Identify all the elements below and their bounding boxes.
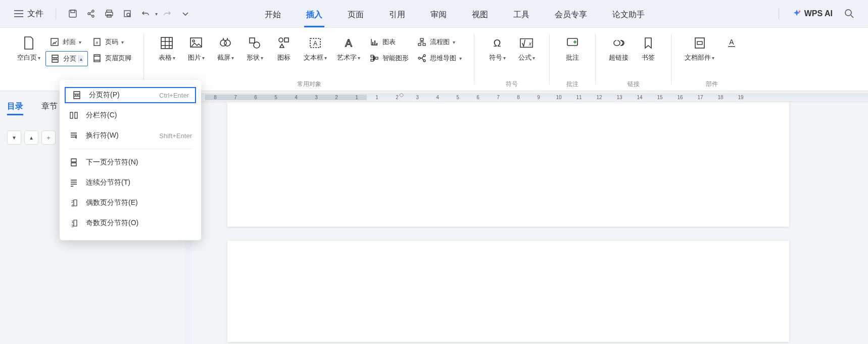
hyperlink-button[interactable]: 超链接 [604, 32, 634, 64]
page-break-button[interactable]: 分页▴ [45, 51, 88, 66]
svg-rect-23 [284, 38, 288, 42]
print-button[interactable] [101, 5, 118, 22]
comment-button[interactable]: 批注 [558, 32, 587, 64]
document-area: 8 7 6 5 4 3 2 1 1 2 3 4 5 6 7 8 9 10 11 … [185, 93, 868, 344]
tab-tools[interactable]: 工具 [511, 4, 532, 27]
collapse-up-button[interactable]: ▴ [24, 131, 38, 145]
dropdown-column-break[interactable]: 分栏符(C) [60, 105, 201, 125]
page-number-label: 页码 [105, 37, 118, 47]
divider [671, 34, 671, 84]
svg-point-3 [92, 10, 94, 12]
svg-point-10 [845, 10, 851, 16]
collapse-down-button[interactable]: ▾ [7, 131, 21, 145]
equation-button[interactable]: x公式▾ [512, 32, 541, 64]
file-label: 文件 [27, 9, 43, 19]
print-preview-button[interactable] [119, 5, 136, 22]
svg-rect-46 [70, 112, 73, 118]
textbox-icon: A [308, 36, 322, 50]
leftnav-toc[interactable]: 目录 [7, 101, 23, 115]
smartart-button[interactable]: 智能图形 [365, 51, 413, 65]
svg-point-4 [92, 15, 94, 17]
leftnav-chapter[interactable]: 章节 [41, 101, 58, 115]
bookmark-icon [641, 36, 655, 50]
divider [549, 34, 550, 84]
flowchart-button[interactable]: 流程图▾ [413, 35, 466, 49]
chart-icon [369, 37, 379, 47]
wps-ai-button[interactable]: WPS AI [789, 9, 836, 18]
group-label-comment: 批注 [558, 80, 587, 89]
dropdown-even-section[interactable]: 24 偶数页分节符(E) [60, 193, 201, 213]
picture-icon [189, 36, 203, 50]
customize-qat-button[interactable] [177, 5, 194, 22]
svg-rect-44 [697, 41, 702, 45]
tab-references[interactable]: 引用 [387, 4, 407, 27]
mindmap-button[interactable]: 思维导图▾ [413, 51, 466, 65]
file-menu[interactable]: 文件 [10, 7, 47, 21]
tab-page[interactable]: 页面 [346, 4, 366, 27]
undo-dropdown[interactable]: ▾ [155, 11, 158, 17]
svg-rect-6 [106, 12, 113, 16]
screenshot-icon [218, 36, 232, 50]
ruler-horizontal[interactable]: 8 7 6 5 4 3 2 1 1 2 3 4 5 6 7 8 9 10 11 … [185, 93, 868, 102]
page-break-dropdown: 分页符(P) Ctrl+Enter 分栏符(C) 换行符(W) Shift+En… [60, 80, 201, 240]
chart-button[interactable]: 图表 [365, 35, 413, 49]
page-number-button[interactable]: #页码▾ [88, 35, 135, 49]
line-break-icon [69, 131, 79, 141]
indent-marker-icon[interactable]: ◇ [399, 93, 404, 98]
more-button[interactable]: A [719, 32, 744, 52]
bookmark-button[interactable]: 书签 [634, 32, 663, 64]
shapes-button[interactable]: 形状▾ [240, 32, 269, 64]
continuous-section-icon [69, 178, 79, 188]
document-page[interactable] [227, 102, 789, 227]
ribbon-tabs: 开始 插入 页面 引用 审阅 视图 工具 会员专享 论文助手 [263, 0, 647, 27]
header-footer-button[interactable]: 页眉页脚 [88, 51, 135, 65]
more-icon: A [725, 36, 739, 50]
svg-point-17 [192, 40, 195, 42]
svg-text:3: 3 [71, 224, 74, 228]
undo-button[interactable] [137, 5, 154, 22]
title-toolbar: 文件 ▾ 开始 插入 页面 引用 审阅 视图 工具 会员专享 论文助手 WPS … [0, 0, 868, 27]
svg-point-38 [423, 60, 425, 62]
svg-rect-47 [75, 112, 77, 118]
svg-rect-34 [418, 44, 421, 46]
svg-point-36 [418, 57, 420, 59]
dropdown-next-section[interactable]: 下一页分节符(N) [60, 152, 201, 173]
document-page[interactable] [227, 241, 789, 342]
dropdown-odd-section[interactable]: 13 奇数页分节符(O) [60, 213, 201, 233]
save-button[interactable] [64, 5, 81, 22]
dropdown-line-break[interactable]: 换行符(W) Shift+Enter [60, 125, 201, 146]
svg-point-21 [254, 42, 260, 48]
left-nav-tabs: 目录 章节 [7, 101, 58, 115]
divider [474, 34, 474, 84]
cover-icon [50, 37, 60, 47]
table-button[interactable]: 表格▾ [152, 32, 181, 64]
icons-button[interactable]: 图标 [269, 32, 299, 64]
page-number-icon: # [92, 37, 102, 47]
group-label-parts: 部件 [680, 80, 744, 89]
tab-member[interactable]: 会员专享 [553, 4, 589, 27]
blank-page-button[interactable]: 空白页▾ [12, 32, 45, 64]
screenshot-button[interactable]: 截屏▾ [211, 32, 240, 64]
header-footer-label: 页眉页脚 [105, 54, 131, 63]
tab-home[interactable]: 开始 [263, 4, 283, 27]
search-button[interactable] [841, 5, 858, 22]
tab-view[interactable]: 视图 [470, 4, 490, 27]
tab-review[interactable]: 审阅 [428, 4, 449, 27]
tab-thesis[interactable]: 论文助手 [610, 4, 647, 27]
add-button[interactable]: ＋ [41, 131, 56, 145]
picture-button[interactable]: 图片▾ [181, 32, 211, 64]
cover-button[interactable]: 封面▾ [45, 35, 88, 49]
svg-rect-30 [371, 55, 373, 57]
comment-icon [565, 36, 580, 50]
svg-text:Ω: Ω [494, 37, 501, 49]
redo-button[interactable] [159, 5, 176, 22]
doc-parts-button[interactable]: 文档部件▾ [680, 32, 719, 64]
dropdown-page-break[interactable]: 分页符(P) Ctrl+Enter [63, 85, 198, 105]
symbol-button[interactable]: Ω符号▾ [483, 32, 512, 64]
dropdown-continuous-section[interactable]: 连续分节符(T) [60, 173, 201, 193]
textbox-button[interactable]: A文本框▾ [299, 32, 332, 64]
smartart-icon [369, 53, 379, 63]
wordart-button[interactable]: A艺术字▾ [332, 32, 365, 64]
share-button[interactable] [82, 5, 100, 22]
tab-insert[interactable]: 插入 [304, 4, 324, 27]
